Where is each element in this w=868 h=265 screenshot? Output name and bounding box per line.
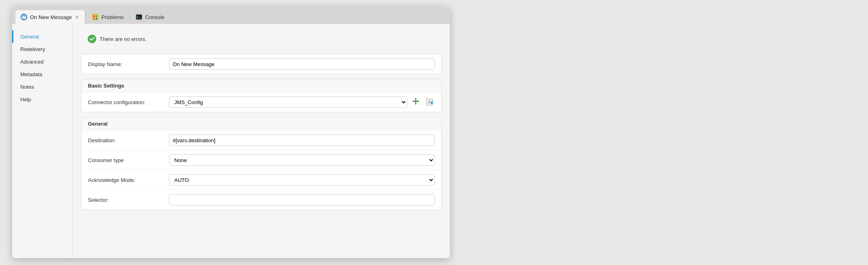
selector-input[interactable] bbox=[169, 194, 435, 205]
connector-config-select[interactable]: JMS_Config bbox=[169, 96, 407, 108]
display-name-section: Display Name: bbox=[81, 54, 442, 74]
acknowledge-mode-label: Acknowledge Mode: bbox=[88, 177, 169, 183]
message-tab-icon bbox=[20, 13, 28, 21]
display-name-input[interactable] bbox=[169, 58, 435, 70]
tab-close-button[interactable]: ✕ bbox=[74, 14, 80, 20]
sidebar-item-advanced-label: Advanced bbox=[20, 59, 44, 65]
tab-on-new-message-label: On New Message bbox=[30, 14, 72, 20]
tab-bar: On New Message ✕ Problems bbox=[12, 7, 450, 24]
plus-icon bbox=[411, 97, 420, 107]
sidebar-item-help-label: Help bbox=[20, 96, 31, 103]
general-section-header: General bbox=[81, 118, 441, 130]
tab-problems-label: Problems bbox=[101, 14, 124, 20]
destination-row: Destination: bbox=[81, 130, 441, 150]
svg-rect-2 bbox=[92, 14, 98, 20]
main-window: On New Message ✕ Problems bbox=[12, 7, 450, 258]
sidebar-item-notes-label: Notes bbox=[20, 84, 34, 90]
consumer-type-select[interactable]: None Queue Topic bbox=[169, 154, 435, 166]
tab-console[interactable]: Console bbox=[130, 10, 169, 24]
destination-input[interactable] bbox=[169, 135, 435, 146]
sidebar-item-general[interactable]: General bbox=[12, 30, 73, 43]
tab-divider-2 bbox=[129, 11, 130, 19]
selector-label: Selector: bbox=[88, 197, 169, 203]
sidebar-item-redelivery-label: Redelivery bbox=[20, 46, 45, 52]
connector-controls: JMS_Config bbox=[169, 96, 435, 108]
sidebar-item-notes[interactable]: Notes bbox=[12, 81, 73, 93]
consumer-type-row: Consumer type None Queue Topic bbox=[81, 150, 441, 170]
sidebar-item-metadata[interactable]: Metadata bbox=[12, 68, 73, 81]
tab-divider-1 bbox=[86, 11, 86, 19]
svg-point-4 bbox=[96, 15, 97, 17]
sidebar-item-advanced[interactable]: Advanced bbox=[12, 56, 73, 68]
acknowledge-mode-row: Acknowledge Mode: AUTO MANUAL DUPS_OK_AC… bbox=[81, 170, 441, 190]
basic-settings-header: Basic Settings bbox=[81, 79, 441, 92]
edit-connector-button[interactable] bbox=[424, 97, 435, 107]
tab-problems[interactable]: Problems bbox=[87, 10, 128, 24]
connector-config-label: Connector configuration: bbox=[88, 99, 169, 105]
status-message: There are no errors. bbox=[100, 36, 147, 42]
connector-config-row: Connector configuration: JMS_Config bbox=[81, 92, 441, 112]
main-panel: There are no errors. Display Name: Basic… bbox=[73, 24, 450, 258]
add-connector-button[interactable] bbox=[410, 97, 421, 107]
display-name-label: Display Name: bbox=[88, 61, 169, 67]
sidebar: General Redelivery Advanced Metadata Not… bbox=[12, 24, 73, 258]
success-icon bbox=[88, 34, 96, 43]
destination-label: Destination: bbox=[88, 137, 169, 143]
consumer-type-label: Consumer type bbox=[88, 157, 169, 163]
tab-on-new-message[interactable]: On New Message ✕ bbox=[15, 10, 85, 24]
general-section: General Destination: Consumer type None … bbox=[81, 117, 442, 210]
sidebar-item-metadata-label: Metadata bbox=[20, 71, 42, 77]
svg-point-6 bbox=[96, 18, 97, 19]
status-banner: There are no errors. bbox=[81, 30, 442, 47]
basic-settings-section: Basic Settings Connector configuration: … bbox=[81, 79, 442, 112]
svg-point-3 bbox=[93, 15, 95, 17]
sidebar-item-help[interactable]: Help bbox=[12, 93, 73, 106]
content-area: General Redelivery Advanced Metadata Not… bbox=[12, 24, 450, 258]
tab-console-label: Console bbox=[145, 14, 165, 20]
sidebar-item-redelivery[interactable]: Redelivery bbox=[12, 43, 73, 56]
selector-row: Selector: bbox=[81, 190, 441, 209]
problems-icon bbox=[92, 13, 99, 21]
svg-point-5 bbox=[93, 18, 95, 19]
console-icon bbox=[135, 13, 143, 21]
sidebar-item-general-label: General bbox=[20, 34, 39, 40]
acknowledge-mode-select[interactable]: AUTO MANUAL DUPS_OK_ACKNOWLEDGE bbox=[169, 174, 435, 186]
display-name-row: Display Name: bbox=[81, 54, 441, 74]
